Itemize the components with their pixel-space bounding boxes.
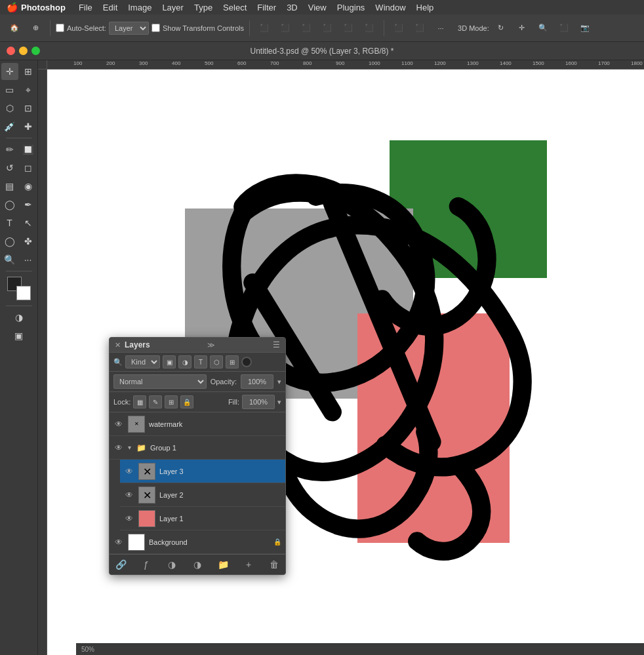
pen-tool[interactable]: ✒ <box>20 196 37 213</box>
visibility-watermark[interactable]: 👁 <box>113 419 124 429</box>
fill-input[interactable] <box>242 395 275 409</box>
color-swatches[interactable] <box>7 277 31 300</box>
menu-select[interactable]: Select <box>218 1 252 14</box>
filter-toggle[interactable] <box>241 357 252 367</box>
background-color[interactable] <box>16 286 31 300</box>
layer-row-watermark[interactable]: 👁 ✕ watermark <box>110 412 285 436</box>
move-tool-options[interactable]: ⊕ <box>26 19 45 37</box>
lock-position-btn[interactable]: ✎ <box>149 395 162 408</box>
filter-shape-btn[interactable]: ⬡ <box>210 355 223 368</box>
opacity-dropdown-icon[interactable]: ▾ <box>277 378 281 386</box>
layers-menu-icon[interactable]: ☰ <box>273 340 280 349</box>
filter-pixel-btn[interactable]: ▣ <box>163 355 176 368</box>
auto-select-checkbox[interactable] <box>56 24 64 32</box>
menu-3d[interactable]: 3D <box>281 1 303 14</box>
layer-row-layer2[interactable]: 👁 Layer 2 <box>120 483 285 507</box>
more-options[interactable]: ··· <box>432 19 450 37</box>
screen-mode-button[interactable]: ▣ <box>10 327 28 344</box>
move-tool[interactable]: ✛ <box>1 63 18 80</box>
blur-tool[interactable]: ◉ <box>20 178 37 195</box>
add-mask-btn[interactable]: ◑ <box>165 557 179 572</box>
filter-smart-btn[interactable]: ⊞ <box>226 355 239 368</box>
history-brush-tool[interactable]: ↺ <box>1 159 18 176</box>
more-tools[interactable]: ··· <box>20 251 37 268</box>
zoom-tool[interactable]: 🔍 <box>1 251 18 268</box>
menu-filter[interactable]: Filter <box>252 1 281 14</box>
menu-plugins[interactable]: Plugins <box>332 1 371 14</box>
eyedropper-tool[interactable]: 💉 <box>1 118 18 135</box>
auto-select-dropdown[interactable]: Layer Group <box>109 22 149 35</box>
panel-close-icon[interactable]: ✕ <box>115 341 121 349</box>
maximize-button[interactable] <box>31 47 40 55</box>
menu-window[interactable]: Window <box>370 1 411 14</box>
healing-tool[interactable]: ✚ <box>20 118 37 135</box>
menu-view[interactable]: View <box>303 1 332 14</box>
minimize-button[interactable] <box>19 47 28 55</box>
stamp-tool[interactable]: 🔲 <box>20 141 37 158</box>
align-bottom[interactable]: ⬛ <box>360 19 378 37</box>
canvas-area[interactable]: 100 200 300 400 500 600 700 800 900 1000… <box>38 60 644 655</box>
visibility-layer1[interactable]: 👁 <box>124 513 134 524</box>
link-layers-btn[interactable]: 🔗 <box>113 557 128 572</box>
menu-edit[interactable]: Edit <box>98 1 123 14</box>
align-center-h[interactable]: ⬛ <box>276 19 294 37</box>
dodge-tool[interactable]: ◯ <box>1 196 18 213</box>
home-button[interactable]: 🏠 <box>5 19 24 37</box>
close-button[interactable] <box>7 47 15 55</box>
align-center-v[interactable]: ⬛ <box>339 19 357 37</box>
layer-row-group1[interactable]: 👁 ▾ 📁 Group 1 <box>110 436 285 460</box>
new-group-btn[interactable]: 📁 <box>216 557 230 572</box>
filter-kind-dropdown[interactable]: Kind <box>125 355 160 368</box>
layer-row-layer1[interactable]: 👁 Layer 1 <box>120 507 285 530</box>
show-transform-checkbox[interactable] <box>151 24 160 32</box>
filter-type-btn[interactable]: T <box>194 355 207 368</box>
visibility-background[interactable]: 👁 <box>113 537 124 547</box>
lock-artboard-btn[interactable]: ⊞ <box>165 395 178 408</box>
new-adjustment-btn[interactable]: ◑ <box>190 557 205 572</box>
group-arrow-icon[interactable]: ▾ <box>128 444 131 451</box>
filter-adjust-btn[interactable]: ◑ <box>178 355 191 368</box>
menu-image[interactable]: Image <box>123 1 157 14</box>
panel-collapse-icon[interactable]: ≫ <box>207 341 215 349</box>
path-select-tool[interactable]: ↖ <box>20 214 37 231</box>
align-right[interactable]: ⬛ <box>297 19 315 37</box>
distribute-v[interactable]: ⬛ <box>411 19 429 37</box>
brush-tool[interactable]: ✏ <box>1 141 18 158</box>
align-top[interactable]: ⬛ <box>318 19 336 37</box>
quick-select-tool[interactable]: ⬡ <box>1 100 18 117</box>
gradient-tool[interactable]: ▤ <box>1 178 18 195</box>
3d-zoom[interactable]: 🔍 <box>534 19 552 37</box>
marquee-lasso-tool[interactable]: ⌖ <box>20 81 37 98</box>
align-left[interactable]: ⬛ <box>255 19 273 37</box>
marquee-rect-tool[interactable]: ▭ <box>1 81 18 98</box>
lock-pixels-btn[interactable]: ▦ <box>133 395 146 408</box>
delete-layer-btn[interactable]: 🗑 <box>267 557 281 572</box>
visibility-layer2[interactable]: 👁 <box>124 490 134 500</box>
custom-shape-tool[interactable]: ✤ <box>20 233 37 250</box>
menu-layer[interactable]: Layer <box>157 1 189 14</box>
layer-row-layer3[interactable]: 👁 Layer 3 <box>120 460 285 483</box>
eraser-tool[interactable]: ◻ <box>20 159 37 176</box>
layer-row-background[interactable]: 👁 Background 🔒 <box>110 530 285 554</box>
add-style-btn[interactable]: ƒ <box>139 557 153 572</box>
fill-dropdown-icon[interactable]: ▾ <box>277 398 281 407</box>
opacity-input[interactable] <box>241 374 273 389</box>
menu-help[interactable]: Help <box>411 1 439 14</box>
3d-rotate[interactable]: ↻ <box>492 19 510 37</box>
shape-tool[interactable]: ◯ <box>1 233 18 250</box>
3d-pan[interactable]: ✛ <box>513 19 531 37</box>
distribute-h[interactable]: ⬛ <box>390 19 408 37</box>
3d-camera[interactable]: 📷 <box>576 19 594 37</box>
new-layer-btn[interactable]: + <box>241 557 256 572</box>
blend-mode-dropdown[interactable]: Normal Multiply Screen <box>113 374 207 389</box>
menu-type[interactable]: Type <box>189 1 218 14</box>
quick-mask-button[interactable]: ◑ <box>10 309 28 326</box>
3d-options[interactable]: ⬛ <box>555 19 573 37</box>
menu-file[interactable]: File <box>73 1 98 14</box>
visibility-group1[interactable]: 👁 <box>113 443 124 453</box>
text-tool[interactable]: T <box>1 214 18 231</box>
visibility-layer3[interactable]: 👁 <box>124 466 134 477</box>
lock-all-btn[interactable]: 🔒 <box>180 395 193 408</box>
crop-tool[interactable]: ⊡ <box>20 100 37 117</box>
artboard-tool[interactable]: ⊞ <box>20 63 37 80</box>
